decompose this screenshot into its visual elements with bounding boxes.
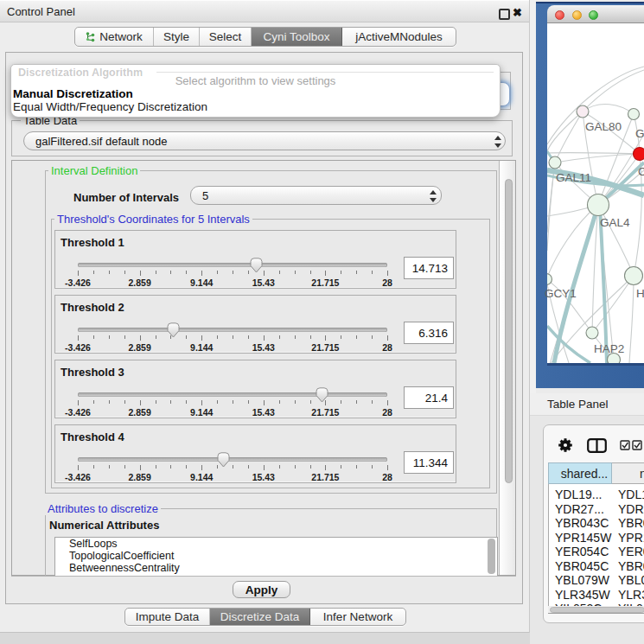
network-node[interactable]	[586, 327, 598, 339]
vertical-scrollbar-thumb[interactable]	[505, 179, 513, 483]
network-node[interactable]	[549, 156, 561, 169]
slider-tick-label: 2.859	[128, 277, 150, 288]
attribute-list-item[interactable]: BetweennessCentrality	[69, 562, 497, 574]
numerical-attributes-list[interactable]: SelfLoopsTopologicalCoefficientBetweenne…	[54, 537, 498, 576]
popup-item-equal-width-frequency[interactable]: Equal Width/Frequency Discretization	[13, 100, 207, 113]
network-window-titlebar[interactable]	[547, 5, 644, 23]
zoom-traffic-light[interactable]	[589, 10, 598, 20]
algorithm-dropdown-popup: Discretization Algorithm Select algorith…	[10, 64, 501, 118]
threshold-3-label: Threshold 3	[61, 366, 124, 379]
popup-item-manual-discretization[interactable]: Manual Discretization	[13, 87, 133, 100]
table-row[interactable]: YPR145WYPR1	[549, 530, 644, 545]
threshold-3-slider-track[interactable]	[78, 392, 387, 397]
minimize-traffic-light[interactable]	[572, 10, 582, 20]
network-canvas[interactable]: GAL80GACGAL11GAL4GCY1HHAP2	[547, 23, 644, 363]
network-edge	[547, 205, 598, 279]
attribute-list-item[interactable]: TopologicalCoefficient	[69, 550, 497, 562]
threshold-2-slider-thumb[interactable]	[167, 322, 180, 338]
network-node[interactable]	[577, 105, 589, 118]
slider-tick	[295, 465, 296, 469]
group-border-ghost	[156, 72, 494, 73]
threshold-1-block: Threshold 1-3.4262.8599.14415.4321.71528…	[54, 230, 456, 289]
name-cell: YER0	[618, 545, 644, 558]
slider-tick	[341, 400, 341, 404]
slider-tick-label: 15.43	[252, 342, 275, 353]
column-header-name-label: na	[640, 467, 644, 481]
vertical-scrollbar[interactable]	[499, 161, 515, 575]
tab-network[interactable]: Network	[75, 28, 154, 46]
threshold-4-block: Threshold 4-3.4262.8599.14415.4321.71528…	[54, 424, 456, 483]
table-panel-title: Table Panel	[547, 398, 609, 411]
slider-tick	[341, 335, 341, 339]
slider-tick	[124, 271, 125, 274]
shared-name-cell: YBL079W	[555, 573, 609, 587]
gear-icon[interactable]	[558, 437, 573, 453]
bottom-tab-impute-data[interactable]: Impute Data	[125, 609, 210, 625]
attributes-list-scrollbar-thumb[interactable]	[488, 539, 495, 574]
popup-item-placeholder[interactable]: Select algorithm to view settings	[11, 74, 500, 87]
control-panel-titlebar[interactable]: Control Panel ✖	[0, 0, 529, 22]
table-row[interactable]: YBL079WYBL0	[549, 572, 644, 587]
threshold-4-slider-track[interactable]	[78, 457, 387, 462]
threshold-3-slider-thumb[interactable]	[316, 387, 328, 403]
close-icon[interactable]: ✖	[513, 6, 522, 19]
slider-tick	[109, 271, 110, 274]
horizontal-scrollbar-thumb[interactable]	[550, 607, 644, 614]
slider-tick	[124, 335, 125, 339]
select-columns-icon[interactable]	[620, 440, 642, 450]
network-node[interactable]	[625, 267, 643, 285]
slider-tick	[233, 400, 233, 404]
threshold-3-value-field[interactable]: 21.4	[404, 386, 454, 409]
column-header-name[interactable]: na	[612, 462, 644, 484]
table-row[interactable]: YLR345WYLR3	[549, 587, 644, 602]
table-row[interactable]: YBR043CYBR0	[549, 515, 644, 530]
tab-cyni-toolbox[interactable]: Cyni Toolbox	[252, 28, 342, 46]
table-row[interactable]: YDR27...YDR2	[549, 501, 644, 516]
bottom-tab-discretize-data[interactable]: Discretize Data	[210, 609, 310, 625]
name-cell: YDL1	[618, 488, 644, 501]
desktop-background	[530, 0, 536, 393]
tab-style[interactable]: Style	[154, 28, 200, 46]
apply-button[interactable]: Apply	[233, 581, 290, 598]
table-row[interactable]: YBR045CYBR0	[549, 558, 644, 573]
slider-tick	[186, 335, 187, 339]
table-data-combobox[interactable]: galFiltered.sif default node	[23, 131, 506, 150]
slider-tick	[93, 465, 94, 469]
slider-tick	[325, 271, 326, 276]
threshold-1-value-field[interactable]: 14.713	[404, 257, 454, 279]
threshold-4-slider-thumb[interactable]	[217, 452, 230, 468]
interval-definition-group-title: Interval Definition	[48, 164, 140, 177]
threshold-2-slider-track[interactable]	[78, 328, 387, 332]
attribute-list-item[interactable]: SelfLoops	[69, 538, 497, 550]
bottom-tabs: Impute DataDiscretize DataInfer Network	[124, 608, 406, 626]
slider-tick-label: 21.715	[311, 342, 339, 353]
table-row[interactable]: YER054CYER0	[549, 544, 644, 558]
slider-tick	[310, 271, 311, 274]
slider-tick	[264, 271, 265, 276]
slider-tick-label: 21.715	[311, 472, 339, 482]
float-window-icon[interactable]	[499, 9, 510, 20]
apply-separator	[11, 576, 516, 577]
slider-tick-label: 9.144	[190, 277, 213, 288]
table-row[interactable]: YDL19...YDL1	[549, 487, 644, 501]
close-traffic-light[interactable]	[555, 10, 564, 20]
threshold-1-slider-thumb[interactable]	[250, 258, 263, 273]
network-node-label: GAL4	[600, 216, 630, 229]
slider-tick	[341, 465, 341, 469]
combobox-updown-icon	[494, 136, 501, 148]
bottom-tab-infer-network[interactable]: Infer Network	[310, 609, 405, 625]
network-node-label: H	[636, 287, 644, 300]
tab-jactivemnodules[interactable]: jActiveMNodules	[342, 28, 456, 46]
network-node[interactable]	[634, 148, 644, 161]
split-view-icon[interactable]	[587, 438, 607, 453]
number-of-intervals-spinner[interactable]: 5	[190, 186, 442, 205]
threshold-2-value-field[interactable]: 6.316	[404, 322, 454, 344]
network-node[interactable]	[628, 109, 640, 120]
threshold-1-slider-track[interactable]	[78, 263, 387, 267]
column-header-shared-name[interactable]: shared...	[548, 462, 612, 484]
horizontal-scrollbar[interactable]	[548, 606, 644, 614]
slider-tick-label: -3.426	[65, 407, 91, 418]
tab-select[interactable]: Select	[200, 28, 252, 46]
threshold-4-value-field[interactable]: 11.344	[404, 451, 454, 474]
network-node[interactable]	[588, 194, 609, 216]
